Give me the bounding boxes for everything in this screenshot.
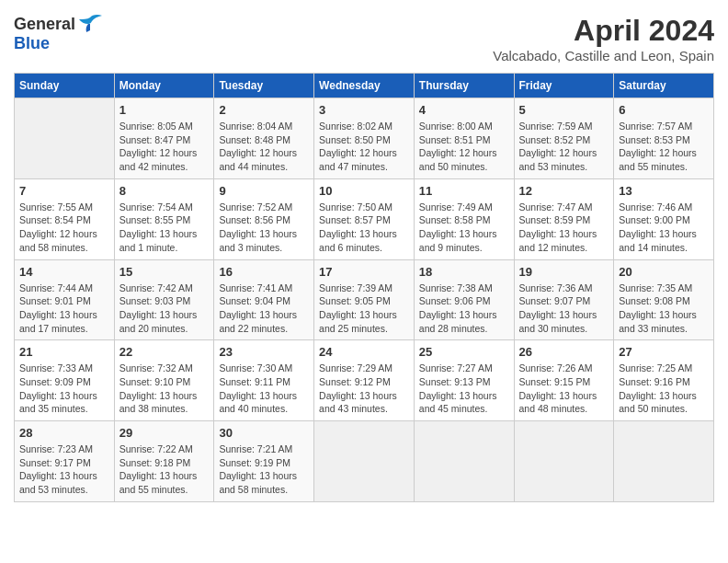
title-area: April 2024 Valcabado, Castille and Leon,… [493,14,714,63]
calendar-cell: 9Sunrise: 7:52 AMSunset: 8:56 PMDaylight… [214,178,314,259]
day-number: 25 [419,345,509,359]
day-number: 2 [219,103,309,117]
day-info: Sunrise: 7:41 AMSunset: 9:04 PMDaylight:… [219,282,309,336]
calendar-cell: 24Sunrise: 7:29 AMSunset: 9:12 PMDayligh… [314,340,415,421]
calendar-cell: 11Sunrise: 7:49 AMSunset: 8:58 PMDayligh… [414,178,514,259]
weekday-header-saturday: Saturday [614,74,714,98]
page-title: April 2024 [493,14,714,48]
day-info: Sunrise: 7:49 AMSunset: 8:58 PMDaylight:… [419,201,509,255]
calendar-cell: 10Sunrise: 7:50 AMSunset: 8:57 PMDayligh… [314,178,415,259]
calendar-cell: 4Sunrise: 8:00 AMSunset: 8:51 PMDaylight… [414,98,514,179]
day-number: 12 [519,184,609,198]
calendar-week-row: 7Sunrise: 7:55 AMSunset: 8:54 PMDaylight… [15,178,714,259]
day-number: 26 [519,345,609,359]
day-info: Sunrise: 7:39 AMSunset: 9:05 PMDaylight:… [319,282,409,336]
day-info: Sunrise: 7:47 AMSunset: 8:59 PMDaylight:… [519,201,609,255]
calendar-cell: 8Sunrise: 7:54 AMSunset: 8:55 PMDaylight… [114,178,214,259]
day-info: Sunrise: 7:57 AMSunset: 8:53 PMDaylight:… [619,120,709,174]
calendar-cell: 19Sunrise: 7:36 AMSunset: 9:07 PMDayligh… [514,259,614,340]
calendar-cell [514,421,614,502]
logo-bird-icon [77,14,103,34]
day-info: Sunrise: 7:59 AMSunset: 8:52 PMDaylight:… [519,120,609,174]
calendar-cell: 21Sunrise: 7:33 AMSunset: 9:09 PMDayligh… [15,340,115,421]
day-number: 14 [19,265,109,279]
calendar-cell: 7Sunrise: 7:55 AMSunset: 8:54 PMDaylight… [15,178,115,259]
calendar-cell: 18Sunrise: 7:38 AMSunset: 9:06 PMDayligh… [414,259,514,340]
day-number: 3 [319,103,409,117]
page-subtitle: Valcabado, Castille and Leon, Spain [493,48,714,63]
day-info: Sunrise: 8:00 AMSunset: 8:51 PMDaylight:… [419,120,509,174]
weekday-header-row: SundayMondayTuesdayWednesdayThursdayFrid… [15,74,714,98]
calendar-cell: 30Sunrise: 7:21 AMSunset: 9:19 PMDayligh… [214,421,314,502]
calendar-cell: 12Sunrise: 7:47 AMSunset: 8:59 PMDayligh… [514,178,614,259]
weekday-header-tuesday: Tuesday [214,74,314,98]
calendar-week-row: 21Sunrise: 7:33 AMSunset: 9:09 PMDayligh… [15,340,714,421]
day-info: Sunrise: 7:55 AMSunset: 8:54 PMDaylight:… [19,201,109,255]
day-info: Sunrise: 7:32 AMSunset: 9:10 PMDaylight:… [119,362,210,416]
calendar-cell: 6Sunrise: 7:57 AMSunset: 8:53 PMDaylight… [614,98,714,179]
calendar-cell: 17Sunrise: 7:39 AMSunset: 9:05 PMDayligh… [314,259,415,340]
calendar-cell: 22Sunrise: 7:32 AMSunset: 9:10 PMDayligh… [114,340,214,421]
day-number: 27 [619,345,709,359]
weekday-header-wednesday: Wednesday [314,74,415,98]
day-info: Sunrise: 7:46 AMSunset: 9:00 PMDaylight:… [619,201,709,255]
calendar-week-row: 1Sunrise: 8:05 AMSunset: 8:47 PMDaylight… [15,98,714,179]
calendar-cell: 13Sunrise: 7:46 AMSunset: 9:00 PMDayligh… [614,178,714,259]
day-info: Sunrise: 7:23 AMSunset: 9:17 PMDaylight:… [19,442,109,497]
day-number: 19 [519,265,609,279]
day-number: 5 [519,103,609,117]
day-number: 23 [219,345,309,359]
day-number: 30 [219,426,309,440]
day-info: Sunrise: 8:02 AMSunset: 8:50 PMDaylight:… [319,120,409,174]
calendar-cell: 28Sunrise: 7:23 AMSunset: 9:17 PMDayligh… [15,421,115,502]
day-info: Sunrise: 8:05 AMSunset: 8:47 PMDaylight:… [119,120,210,174]
day-number: 24 [319,345,409,359]
calendar-cell: 14Sunrise: 7:44 AMSunset: 9:01 PMDayligh… [15,259,115,340]
weekday-header-thursday: Thursday [414,74,514,98]
day-number: 9 [219,184,309,198]
day-info: Sunrise: 8:04 AMSunset: 8:48 PMDaylight:… [219,120,309,174]
day-number: 6 [619,103,709,117]
day-info: Sunrise: 7:25 AMSunset: 9:16 PMDaylight:… [619,362,709,416]
calendar-cell: 3Sunrise: 8:02 AMSunset: 8:50 PMDaylight… [314,98,415,179]
calendar-cell: 15Sunrise: 7:42 AMSunset: 9:03 PMDayligh… [114,259,214,340]
day-info: Sunrise: 7:54 AMSunset: 8:55 PMDaylight:… [119,201,210,255]
calendar-week-row: 28Sunrise: 7:23 AMSunset: 9:17 PMDayligh… [15,421,714,502]
weekday-header-friday: Friday [514,74,614,98]
logo: General Blue [14,14,103,53]
calendar-cell: 20Sunrise: 7:35 AMSunset: 9:08 PMDayligh… [614,259,714,340]
day-info: Sunrise: 7:35 AMSunset: 9:08 PMDaylight:… [619,282,709,336]
calendar-cell: 26Sunrise: 7:26 AMSunset: 9:15 PMDayligh… [514,340,614,421]
calendar-cell [15,98,115,179]
day-number: 18 [419,265,509,279]
logo-blue-text: Blue [14,34,50,53]
day-info: Sunrise: 7:44 AMSunset: 9:01 PMDaylight:… [19,282,109,336]
day-info: Sunrise: 7:21 AMSunset: 9:19 PMDaylight:… [219,442,309,497]
calendar-week-row: 14Sunrise: 7:44 AMSunset: 9:01 PMDayligh… [15,259,714,340]
day-number: 13 [619,184,709,198]
day-info: Sunrise: 7:26 AMSunset: 9:15 PMDaylight:… [519,362,609,416]
calendar-cell: 16Sunrise: 7:41 AMSunset: 9:04 PMDayligh… [214,259,314,340]
day-info: Sunrise: 7:27 AMSunset: 9:13 PMDaylight:… [419,362,509,416]
day-info: Sunrise: 7:42 AMSunset: 9:03 PMDaylight:… [119,282,210,336]
day-info: Sunrise: 7:50 AMSunset: 8:57 PMDaylight:… [319,201,409,255]
calendar-cell [314,421,415,502]
day-number: 7 [19,184,109,198]
day-number: 29 [119,426,210,440]
calendar-cell [614,421,714,502]
day-number: 28 [19,426,109,440]
day-number: 17 [319,265,409,279]
calendar-cell: 25Sunrise: 7:27 AMSunset: 9:13 PMDayligh… [414,340,514,421]
day-number: 1 [119,103,210,117]
calendar-cell [414,421,514,502]
calendar-table: SundayMondayTuesdayWednesdayThursdayFrid… [14,73,714,502]
weekday-header-monday: Monday [114,74,214,98]
day-info: Sunrise: 7:36 AMSunset: 9:07 PMDaylight:… [519,282,609,336]
calendar-cell: 2Sunrise: 8:04 AMSunset: 8:48 PMDaylight… [214,98,314,179]
day-info: Sunrise: 7:52 AMSunset: 8:56 PMDaylight:… [219,201,309,255]
day-number: 11 [419,184,509,198]
logo-general-text: General [14,15,75,34]
day-number: 15 [119,265,210,279]
calendar-cell: 1Sunrise: 8:05 AMSunset: 8:47 PMDaylight… [114,98,214,179]
day-info: Sunrise: 7:38 AMSunset: 9:06 PMDaylight:… [419,282,509,336]
